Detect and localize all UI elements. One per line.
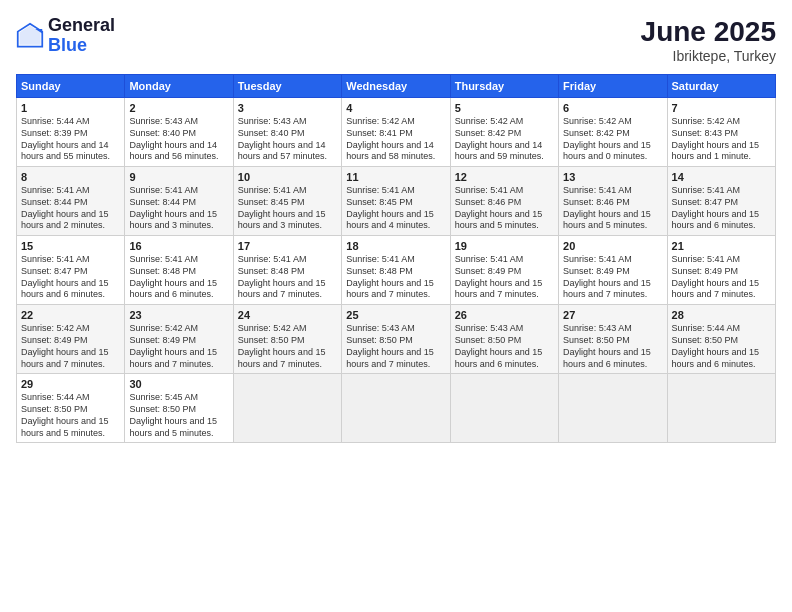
calendar-day-cell: 30 Sunrise: 5:45 AM Sunset: 8:50 PM Dayl… [125,374,233,443]
day-number: 24 [238,308,337,322]
calendar-day-cell: 2 Sunrise: 5:43 AM Sunset: 8:40 PM Dayli… [125,98,233,167]
col-thursday: Thursday [450,75,558,98]
day-info: Sunrise: 5:42 AM Sunset: 8:50 PM Dayligh… [238,323,337,370]
calendar-day-cell [667,374,775,443]
day-info: Sunrise: 5:42 AM Sunset: 8:41 PM Dayligh… [346,116,445,163]
day-info: Sunrise: 5:43 AM Sunset: 8:50 PM Dayligh… [346,323,445,370]
day-info: Sunrise: 5:43 AM Sunset: 8:50 PM Dayligh… [563,323,662,370]
logo-text: General Blue [48,16,115,56]
month-year: June 2025 [641,16,776,48]
day-info: Sunrise: 5:41 AM Sunset: 8:49 PM Dayligh… [455,254,554,301]
day-info: Sunrise: 5:42 AM Sunset: 8:42 PM Dayligh… [455,116,554,163]
calendar-day-cell: 8 Sunrise: 5:41 AM Sunset: 8:44 PM Dayli… [17,167,125,236]
calendar-day-cell: 4 Sunrise: 5:42 AM Sunset: 8:41 PM Dayli… [342,98,450,167]
calendar-day-cell: 14 Sunrise: 5:41 AM Sunset: 8:47 PM Dayl… [667,167,775,236]
calendar-day-cell: 3 Sunrise: 5:43 AM Sunset: 8:40 PM Dayli… [233,98,341,167]
day-info: Sunrise: 5:44 AM Sunset: 8:50 PM Dayligh… [21,392,120,439]
calendar-week-row: 29 Sunrise: 5:44 AM Sunset: 8:50 PM Dayl… [17,374,776,443]
day-number: 7 [672,101,771,115]
day-number: 12 [455,170,554,184]
calendar-day-cell: 16 Sunrise: 5:41 AM Sunset: 8:48 PM Dayl… [125,236,233,305]
calendar-day-cell: 13 Sunrise: 5:41 AM Sunset: 8:46 PM Dayl… [559,167,667,236]
calendar-day-cell: 7 Sunrise: 5:42 AM Sunset: 8:43 PM Dayli… [667,98,775,167]
day-info: Sunrise: 5:41 AM Sunset: 8:45 PM Dayligh… [346,185,445,232]
logo: General Blue [16,16,115,56]
day-number: 18 [346,239,445,253]
day-info: Sunrise: 5:43 AM Sunset: 8:50 PM Dayligh… [455,323,554,370]
day-info: Sunrise: 5:44 AM Sunset: 8:39 PM Dayligh… [21,116,120,163]
day-number: 17 [238,239,337,253]
calendar-day-cell: 17 Sunrise: 5:41 AM Sunset: 8:48 PM Dayl… [233,236,341,305]
calendar-header-row: Sunday Monday Tuesday Wednesday Thursday… [17,75,776,98]
day-info: Sunrise: 5:45 AM Sunset: 8:50 PM Dayligh… [129,392,228,439]
calendar-day-cell: 24 Sunrise: 5:42 AM Sunset: 8:50 PM Dayl… [233,305,341,374]
day-info: Sunrise: 5:41 AM Sunset: 8:49 PM Dayligh… [672,254,771,301]
calendar-day-cell: 1 Sunrise: 5:44 AM Sunset: 8:39 PM Dayli… [17,98,125,167]
day-number: 21 [672,239,771,253]
calendar-day-cell: 10 Sunrise: 5:41 AM Sunset: 8:45 PM Dayl… [233,167,341,236]
day-number: 8 [21,170,120,184]
day-number: 27 [563,308,662,322]
location: Ibriktepe, Turkey [641,48,776,64]
col-monday: Monday [125,75,233,98]
day-info: Sunrise: 5:41 AM Sunset: 8:48 PM Dayligh… [346,254,445,301]
calendar-day-cell: 25 Sunrise: 5:43 AM Sunset: 8:50 PM Dayl… [342,305,450,374]
day-info: Sunrise: 5:44 AM Sunset: 8:50 PM Dayligh… [672,323,771,370]
calendar-day-cell: 15 Sunrise: 5:41 AM Sunset: 8:47 PM Dayl… [17,236,125,305]
calendar-week-row: 1 Sunrise: 5:44 AM Sunset: 8:39 PM Dayli… [17,98,776,167]
day-number: 14 [672,170,771,184]
calendar-day-cell: 27 Sunrise: 5:43 AM Sunset: 8:50 PM Dayl… [559,305,667,374]
day-info: Sunrise: 5:41 AM Sunset: 8:47 PM Dayligh… [21,254,120,301]
day-info: Sunrise: 5:41 AM Sunset: 8:47 PM Dayligh… [672,185,771,232]
day-number: 23 [129,308,228,322]
day-number: 28 [672,308,771,322]
logo-general: General [48,16,115,36]
calendar-day-cell: 22 Sunrise: 5:42 AM Sunset: 8:49 PM Dayl… [17,305,125,374]
logo-blue: Blue [48,36,115,56]
calendar-week-row: 8 Sunrise: 5:41 AM Sunset: 8:44 PM Dayli… [17,167,776,236]
day-number: 9 [129,170,228,184]
day-number: 10 [238,170,337,184]
calendar-day-cell [342,374,450,443]
calendar-day-cell: 26 Sunrise: 5:43 AM Sunset: 8:50 PM Dayl… [450,305,558,374]
day-number: 13 [563,170,662,184]
day-number: 2 [129,101,228,115]
day-info: Sunrise: 5:41 AM Sunset: 8:45 PM Dayligh… [238,185,337,232]
day-number: 5 [455,101,554,115]
day-info: Sunrise: 5:41 AM Sunset: 8:46 PM Dayligh… [563,185,662,232]
day-number: 29 [21,377,120,391]
day-info: Sunrise: 5:43 AM Sunset: 8:40 PM Dayligh… [129,116,228,163]
day-info: Sunrise: 5:42 AM Sunset: 8:43 PM Dayligh… [672,116,771,163]
calendar-day-cell: 11 Sunrise: 5:41 AM Sunset: 8:45 PM Dayl… [342,167,450,236]
day-info: Sunrise: 5:42 AM Sunset: 8:42 PM Dayligh… [563,116,662,163]
day-info: Sunrise: 5:42 AM Sunset: 8:49 PM Dayligh… [129,323,228,370]
calendar-day-cell [559,374,667,443]
day-number: 30 [129,377,228,391]
day-number: 1 [21,101,120,115]
day-info: Sunrise: 5:41 AM Sunset: 8:49 PM Dayligh… [563,254,662,301]
calendar-day-cell: 9 Sunrise: 5:41 AM Sunset: 8:44 PM Dayli… [125,167,233,236]
calendar-week-row: 22 Sunrise: 5:42 AM Sunset: 8:49 PM Dayl… [17,305,776,374]
page: General Blue June 2025 Ibriktepe, Turkey… [0,0,792,612]
day-info: Sunrise: 5:41 AM Sunset: 8:46 PM Dayligh… [455,185,554,232]
calendar-day-cell: 21 Sunrise: 5:41 AM Sunset: 8:49 PM Dayl… [667,236,775,305]
calendar-day-cell: 6 Sunrise: 5:42 AM Sunset: 8:42 PM Dayli… [559,98,667,167]
day-number: 6 [563,101,662,115]
day-info: Sunrise: 5:41 AM Sunset: 8:44 PM Dayligh… [129,185,228,232]
col-sunday: Sunday [17,75,125,98]
day-info: Sunrise: 5:41 AM Sunset: 8:44 PM Dayligh… [21,185,120,232]
day-info: Sunrise: 5:43 AM Sunset: 8:40 PM Dayligh… [238,116,337,163]
calendar-day-cell [233,374,341,443]
header: General Blue June 2025 Ibriktepe, Turkey [16,16,776,64]
calendar-table: Sunday Monday Tuesday Wednesday Thursday… [16,74,776,443]
day-number: 20 [563,239,662,253]
logo-icon [16,22,44,50]
day-number: 16 [129,239,228,253]
col-saturday: Saturday [667,75,775,98]
col-friday: Friday [559,75,667,98]
calendar-day-cell: 28 Sunrise: 5:44 AM Sunset: 8:50 PM Dayl… [667,305,775,374]
calendar-day-cell: 18 Sunrise: 5:41 AM Sunset: 8:48 PM Dayl… [342,236,450,305]
day-number: 25 [346,308,445,322]
col-wednesday: Wednesday [342,75,450,98]
day-number: 15 [21,239,120,253]
